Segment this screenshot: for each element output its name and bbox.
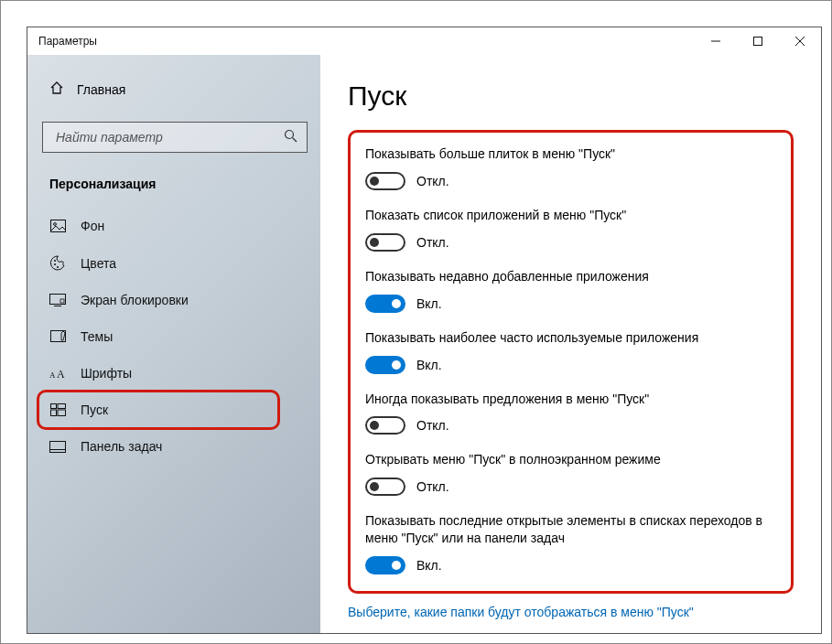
toggle-state: Вкл. xyxy=(416,296,442,311)
maximize-button[interactable] xyxy=(737,27,779,55)
setting-recently-added: Показывать недавно добавленные приложени… xyxy=(365,268,776,313)
search-icon xyxy=(284,129,297,145)
close-icon xyxy=(795,37,805,46)
toggle-state: Вкл. xyxy=(416,558,442,573)
svg-line-5 xyxy=(293,138,297,143)
picture-icon xyxy=(49,220,66,232)
search-box[interactable] xyxy=(42,122,308,153)
titlebar: Параметры xyxy=(27,27,821,55)
sidebar-item-colors[interactable]: Цвета xyxy=(42,244,308,282)
choose-folders-link[interactable]: Выберите, какие папки будут отображаться… xyxy=(348,605,794,619)
svg-point-4 xyxy=(286,131,294,139)
toggle-state: Откл. xyxy=(416,235,449,250)
taskbar-icon xyxy=(49,441,66,453)
lockscreen-icon xyxy=(49,294,66,306)
sidebar-item-label: Пуск xyxy=(81,402,108,417)
toggle-state: Вкл. xyxy=(416,358,442,372)
sidebar-item-label: Цвета xyxy=(81,256,116,271)
setting-fullscreen: Открывать меню "Пуск" в полноэкранном ре… xyxy=(365,451,776,496)
svg-rect-13 xyxy=(60,299,64,303)
svg-rect-21 xyxy=(50,441,66,452)
svg-point-8 xyxy=(54,260,56,262)
svg-text:A: A xyxy=(57,368,65,380)
sidebar-item-label: Экран блокировки xyxy=(81,293,189,307)
svg-point-7 xyxy=(53,223,56,226)
themes-icon xyxy=(49,330,66,344)
svg-rect-1 xyxy=(754,38,762,46)
setting-label: Показывать наиболее часто используемые п… xyxy=(365,329,776,347)
setting-suggestions: Иногда показывать предложения в меню "Пу… xyxy=(365,391,776,435)
svg-point-10 xyxy=(57,266,59,268)
palette-icon xyxy=(49,255,66,271)
minimize-icon xyxy=(711,37,720,46)
toggle-most-used[interactable] xyxy=(365,356,405,374)
settings-group: Показывать больше плиток в меню "Пуск" О… xyxy=(348,130,794,594)
home-icon xyxy=(49,80,64,98)
setting-label: Показать список приложений в меню "Пуск" xyxy=(365,207,776,224)
sidebar-item-label: Темы xyxy=(81,329,113,344)
toggle-state: Откл. xyxy=(416,479,449,494)
svg-point-9 xyxy=(54,263,56,265)
setting-label: Открывать меню "Пуск" в полноэкранном ре… xyxy=(365,451,776,468)
search-input[interactable] xyxy=(54,129,284,145)
minimize-button[interactable] xyxy=(695,27,737,55)
setting-jumplists: Показывать последние открытые элементы в… xyxy=(365,512,776,574)
setting-label: Показывать последние открытые элементы в… xyxy=(365,512,776,547)
sidebar-home-label: Главная xyxy=(77,82,125,97)
settings-window: Параметры Главная xyxy=(27,27,822,634)
sidebar-item-themes[interactable]: Темы xyxy=(42,318,308,355)
setting-app-list: Показать список приложений в меню "Пуск"… xyxy=(365,207,776,252)
sidebar-home[interactable]: Главная xyxy=(42,73,308,105)
setting-label: Показывать недавно добавленные приложени… xyxy=(365,268,776,285)
svg-rect-18 xyxy=(58,404,66,409)
sidebar-item-label: Шрифты xyxy=(81,366,132,381)
window-controls xyxy=(695,27,821,55)
close-button[interactable] xyxy=(779,27,821,55)
window-title: Параметры xyxy=(38,35,97,48)
start-icon xyxy=(49,403,66,416)
toggle-recently-added[interactable] xyxy=(365,295,405,313)
svg-rect-20 xyxy=(58,410,66,416)
sidebar-item-label: Панель задач xyxy=(81,439,162,454)
setting-most-used: Показывать наиболее часто используемые п… xyxy=(365,329,776,374)
toggle-state: Откл. xyxy=(416,174,449,188)
sidebar-item-label: Фон xyxy=(81,219,104,233)
svg-text:A: A xyxy=(49,370,56,380)
toggle-app-list[interactable] xyxy=(365,233,405,252)
toggle-more-tiles[interactable] xyxy=(365,172,405,190)
setting-label: Иногда показывать предложения в меню "Пу… xyxy=(365,391,776,408)
sidebar-item-start[interactable]: Пуск xyxy=(42,392,308,428)
toggle-jumplists[interactable] xyxy=(365,556,405,574)
svg-rect-19 xyxy=(50,410,56,416)
setting-more-tiles: Показывать больше плиток в меню "Пуск" О… xyxy=(365,145,776,190)
page-title: Пуск xyxy=(348,80,794,112)
sidebar-item-lockscreen[interactable]: Экран блокировки xyxy=(42,282,308,318)
sidebar-item-background[interactable]: Фон xyxy=(42,208,308,244)
maximize-icon xyxy=(753,37,762,46)
sidebar-category: Персонализация xyxy=(42,177,308,208)
svg-rect-6 xyxy=(50,220,65,232)
toggle-fullscreen[interactable] xyxy=(365,478,405,496)
toggle-suggestions[interactable] xyxy=(365,416,405,435)
toggle-state: Откл. xyxy=(416,418,449,433)
svg-rect-17 xyxy=(50,404,56,409)
content-pane: Пуск Показывать больше плиток в меню "Пу… xyxy=(320,55,821,633)
setting-label: Показывать больше плиток в меню "Пуск" xyxy=(365,145,776,163)
sidebar-item-taskbar[interactable]: Панель задач xyxy=(42,428,308,465)
sidebar-item-fonts[interactable]: AA Шрифты xyxy=(42,355,308,392)
sidebar: Главная Персонализация Фон xyxy=(27,55,320,633)
fonts-icon: AA xyxy=(49,367,66,380)
